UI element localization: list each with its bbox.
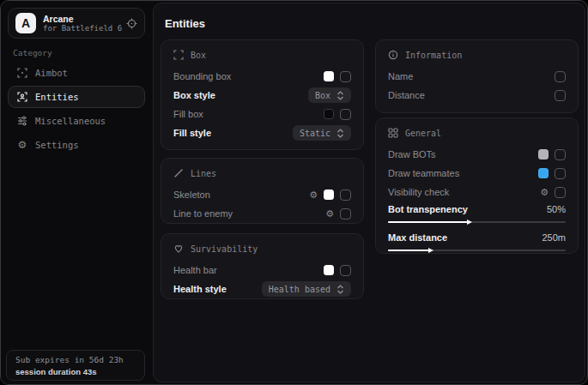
sidebar-item-label: Aimbot (35, 68, 68, 78)
row-label: Visibility check (388, 187, 449, 197)
setting-row-fill-box: Fill box (173, 105, 351, 123)
setting-row-fill-style: Fill style Static (173, 123, 351, 142)
row-label: Fill style (173, 128, 211, 138)
sidebar-item-entities[interactable]: Entities (8, 86, 145, 108)
heart-icon (173, 244, 184, 254)
category-label: Category (13, 48, 52, 57)
app-window: A Arcane for Battlefield 6 Category (0, 0, 588, 385)
row-label: Line to enemy (173, 208, 233, 219)
setting-row-skeleton: Skeleton ⚙ (173, 185, 351, 204)
dropdown-value: Box (315, 91, 330, 100)
sidebar-item-settings[interactable]: ⚙ Settings (8, 134, 145, 156)
name-checkbox[interactable] (555, 71, 566, 82)
draw-teammates-checkbox[interactable] (555, 168, 566, 179)
fill-style-dropdown[interactable]: Static (293, 125, 351, 141)
row-label: Health bar (173, 265, 217, 275)
fill-box-checkbox[interactable] (340, 109, 351, 120)
setting-row-visibility-check: Visibility check ⚙ (388, 183, 566, 202)
panel-box: Box Bounding box Box style Box (161, 39, 364, 150)
distance-checkbox[interactable] (555, 90, 566, 101)
row-label: Fill box (173, 109, 203, 119)
bounding-box-checkbox[interactable] (340, 71, 351, 82)
session-duration: session duration 43s (15, 366, 136, 377)
health-style-dropdown[interactable]: Health based (262, 281, 351, 297)
gear-icon[interactable]: ⚙ (325, 209, 334, 219)
row-label: Draw BOTs (388, 149, 436, 159)
color-swatch[interactable] (324, 71, 334, 81)
setting-row-box-style: Box style Box (173, 86, 351, 105)
row-label: Box style (173, 90, 215, 100)
panel-title: Box (191, 51, 206, 60)
panel-title: Information (405, 51, 462, 60)
grid-icon (388, 128, 398, 138)
row-label: Distance (388, 90, 425, 100)
color-swatch[interactable] (538, 168, 549, 178)
color-swatch[interactable] (324, 265, 334, 275)
panel-information: Information Name Distance (375, 39, 579, 113)
max-distance-slider-block: Max distance 250m (388, 231, 566, 251)
row-label: Name (388, 71, 413, 81)
slider-label: Bot transpenency (388, 204, 468, 214)
draw-bots-checkbox[interactable] (555, 149, 566, 160)
app-subtitle: for Battlefield 6 (43, 24, 126, 33)
unfold-icon (336, 129, 344, 138)
row-label: Skeleton (173, 189, 210, 200)
unfold-icon (336, 91, 344, 100)
sliders-icon (17, 116, 27, 126)
box-corners-icon (173, 50, 184, 60)
app-logo-card: A Arcane for Battlefield 6 (8, 8, 145, 39)
dropdown-value: Static (300, 129, 330, 138)
sidebar-item-miscellaneous[interactable]: Miscellaneous (8, 110, 145, 132)
sidebar-item-label: Miscellaneous (35, 116, 106, 126)
max-distance-slider[interactable] (388, 250, 566, 251)
visibility-check-checkbox[interactable] (555, 187, 566, 198)
sidebar-item-aimbot[interactable]: Aimbot (8, 62, 145, 84)
panel-title: Survivability (191, 244, 258, 254)
gear-icon[interactable]: ⚙ (309, 190, 318, 200)
line-to-enemy-checkbox[interactable] (340, 208, 351, 220)
panel-general: General Draw BOTs Draw teammates Visibil… (375, 117, 579, 254)
entities-icon (17, 92, 27, 102)
color-swatch[interactable] (324, 189, 334, 200)
slider-value: 50% (547, 204, 566, 214)
app-name: Arcane (43, 14, 126, 24)
gear-icon[interactable]: ⚙ (540, 188, 549, 197)
target-icon[interactable] (126, 18, 137, 29)
row-label: Health style (173, 284, 227, 294)
color-swatch[interactable] (538, 149, 549, 159)
setting-row-health-bar: Health bar (173, 261, 351, 280)
setting-row-bounding-box: Bounding box (173, 67, 351, 86)
sidebar: A Arcane for Battlefield 6 Category (1, 1, 153, 384)
health-bar-checkbox[interactable] (340, 265, 351, 276)
panel-title: Lines (191, 169, 216, 178)
setting-row-draw-bots: Draw BOTs (388, 145, 566, 164)
panel-lines: Lines Skeleton ⚙ Line to enemy ⚙ (161, 158, 364, 224)
info-icon (388, 50, 398, 60)
slider-value: 250m (542, 232, 566, 243)
slider-fill (388, 221, 468, 223)
sidebar-item-label: Settings (35, 140, 79, 150)
skeleton-checkbox[interactable] (340, 189, 351, 201)
main-content: Entities Box Bounding box Box style (153, 3, 585, 382)
box-style-dropdown[interactable]: Box (308, 87, 351, 103)
row-label: Bounding box (173, 71, 231, 81)
slider-fill (388, 250, 429, 251)
slider-label: Max distance (388, 232, 447, 243)
setting-row-draw-teammates: Draw teammates (388, 164, 566, 183)
color-swatch[interactable] (324, 109, 334, 119)
bot-transparency-slider-block: Bot transpenency 50% (388, 202, 566, 223)
panel-survivability: Survivability Health bar Health style He… (161, 233, 364, 299)
panel-title: General (405, 129, 441, 138)
setting-row-name: Name (388, 67, 566, 86)
gear-icon: ⚙ (17, 140, 27, 150)
subscription-expiry: Sub expires in 56d 23h (15, 354, 136, 366)
bot-transparency-slider[interactable] (388, 221, 566, 223)
subscription-info-card: Sub expires in 56d 23h session duration … (6, 350, 145, 381)
setting-row-line-to-enemy: Line to enemy ⚙ (173, 204, 351, 223)
sidebar-item-label: Entities (35, 92, 79, 102)
row-label: Draw teammates (388, 168, 459, 178)
unfold-icon (336, 285, 344, 294)
crosshair-icon (17, 68, 27, 78)
setting-row-distance: Distance (388, 86, 566, 105)
line-icon (173, 168, 184, 178)
